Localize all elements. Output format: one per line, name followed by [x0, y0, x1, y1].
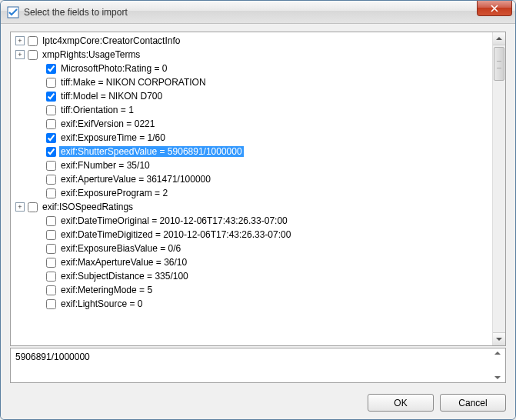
titlebar: Select the fields to import — [1, 1, 515, 24]
field-checkbox[interactable] — [28, 50, 38, 60]
tree-spacer — [31, 161, 43, 170]
tree-spacer — [31, 92, 43, 101]
tree-spacer — [31, 105, 43, 115]
expand-icon[interactable]: + — [15, 36, 25, 45]
field-checkbox[interactable] — [46, 258, 56, 268]
app-icon — [7, 6, 19, 18]
scroll-down-arrow[interactable] — [493, 332, 505, 345]
tree-row[interactable]: +xmpRights:UsageTerms — [12, 48, 491, 62]
tree-spacer — [31, 133, 43, 142]
field-checkbox[interactable] — [28, 36, 38, 46]
tree-row[interactable]: exif:ExposureBiasValue = 0/6 — [12, 242, 491, 255]
field-label: exif:DateTimeDigitized = 2010-12-06T17:4… — [59, 229, 292, 240]
field-checkbox[interactable] — [46, 272, 56, 282]
tree-spacer — [31, 64, 43, 73]
scroll-track[interactable] — [493, 45, 505, 332]
dialog-content: +Iptc4xmpCore:CreatorContactInfo+xmpRigh… — [1, 24, 515, 419]
field-label: exif:MeteringMode = 5 — [59, 285, 154, 295]
tree-row[interactable]: +exif:ISOSpeedRatings — [12, 200, 491, 214]
field-checkbox[interactable] — [28, 202, 38, 212]
tree-spacer — [31, 175, 43, 184]
tree-row[interactable]: exif:DateTimeOriginal = 2010-12-06T17:43… — [12, 214, 491, 228]
field-label: tiff:Orientation = 1 — [59, 105, 135, 115]
tree-row[interactable]: exif:MeteringMode = 5 — [12, 283, 491, 297]
tree-spacer — [31, 258, 43, 267]
ok-button[interactable]: OK — [368, 394, 434, 412]
field-checkbox[interactable] — [46, 230, 56, 240]
field-label: exif:DateTimeOriginal = 2010-12-06T17:43… — [59, 215, 289, 226]
tree-spacer — [31, 188, 43, 198]
close-button[interactable] — [477, 1, 512, 16]
expand-icon[interactable]: + — [15, 50, 25, 59]
scroll-up-arrow[interactable] — [493, 32, 505, 45]
tree-row[interactable]: exif:ExifVersion = 0221 — [12, 117, 491, 131]
field-label: tiff:Model = NIKON D700 — [59, 91, 164, 102]
tree-row[interactable]: tiff:Orientation = 1 — [12, 103, 491, 117]
tree-row[interactable]: exif:ExposureProgram = 2 — [12, 186, 491, 200]
field-checkbox[interactable] — [46, 188, 56, 198]
field-checkbox[interactable] — [46, 133, 56, 143]
tree-row[interactable]: exif:DateTimeDigitized = 2010-12-06T17:4… — [12, 228, 491, 242]
tree-row[interactable]: exif:ExposureTime = 1/60 — [12, 131, 491, 145]
field-label: exif:FNumber = 35/10 — [59, 160, 151, 171]
tree-spacer — [31, 272, 43, 281]
tree-row[interactable]: exif:ApertureValue = 361471/100000 — [12, 172, 491, 186]
field-checkbox[interactable] — [46, 285, 56, 295]
tree-row[interactable]: tiff:Make = NIKON CORPORATION — [12, 75, 491, 89]
tree-row[interactable]: exif:FNumber = 35/10 — [12, 158, 491, 172]
field-label: exif:MaxApertureValue = 36/10 — [59, 257, 188, 268]
dialog-window: Select the fields to import +Iptc4xmpCor… — [0, 0, 516, 420]
field-label: exif:ExposureProgram = 2 — [59, 188, 169, 198]
field-checkbox[interactable] — [46, 92, 56, 102]
tree-row[interactable]: exif:SubjectDistance = 335/100 — [12, 269, 491, 283]
scroll-thumb[interactable] — [494, 47, 504, 81]
tree-row[interactable]: exif:MaxApertureValue = 36/10 — [12, 255, 491, 269]
field-checkbox[interactable] — [46, 216, 56, 226]
value-spinner — [491, 352, 504, 379]
field-checkbox[interactable] — [46, 299, 56, 309]
tree-row[interactable]: MicrosoftPhoto:Rating = 0 — [12, 62, 491, 75]
vertical-scrollbar[interactable] — [492, 32, 505, 345]
expand-icon[interactable]: + — [15, 202, 25, 212]
tree-spacer — [31, 285, 43, 295]
field-label: exif:SubjectDistance = 335/100 — [59, 271, 190, 282]
tree-spacer — [31, 299, 43, 308]
tree-spacer — [31, 244, 43, 253]
field-checkbox[interactable] — [46, 244, 56, 254]
window-title: Select the fields to import — [24, 7, 128, 18]
tree-spacer — [31, 119, 43, 128]
field-label: xmpRights:UsageTerms — [41, 49, 141, 60]
tree-spacer — [31, 216, 43, 225]
button-row: OK Cancel — [10, 383, 506, 412]
field-checkbox[interactable] — [46, 175, 56, 185]
value-down-arrow[interactable] — [494, 376, 501, 379]
field-checkbox[interactable] — [46, 161, 56, 171]
field-checkbox[interactable] — [46, 64, 56, 74]
cancel-button[interactable]: Cancel — [440, 394, 506, 412]
field-label: exif:ApertureValue = 361471/100000 — [59, 174, 212, 185]
field-label: exif:ExposureBiasValue = 0/6 — [59, 243, 182, 254]
field-label: exif:ISOSpeedRatings — [41, 202, 135, 212]
tree-row[interactable]: tiff:Model = NIKON D700 — [12, 89, 491, 103]
tree-row[interactable]: exif:ShutterSpeedValue = 5906891/1000000 — [12, 145, 491, 158]
field-label: exif:ExifVersion = 0221 — [59, 118, 156, 129]
field-checkbox[interactable] — [46, 78, 56, 88]
tree-row[interactable]: +Iptc4xmpCore:CreatorContactInfo — [12, 34, 491, 48]
value-preview-box: 5906891/1000000 — [10, 348, 506, 383]
tree-scroll-area[interactable]: +Iptc4xmpCore:CreatorContactInfo+xmpRigh… — [11, 32, 492, 345]
field-label: exif:ExposureTime = 1/60 — [59, 132, 167, 143]
field-label: MicrosoftPhoto:Rating = 0 — [59, 63, 168, 74]
field-label: tiff:Make = NIKON CORPORATION — [59, 77, 208, 88]
tree-spacer — [31, 78, 43, 87]
value-up-arrow[interactable] — [494, 352, 501, 355]
field-label: exif:ShutterSpeedValue = 5906891/1000000 — [59, 146, 244, 157]
field-label: Iptc4xmpCore:CreatorContactInfo — [41, 35, 181, 46]
tree-spacer — [31, 147, 43, 156]
field-checkbox[interactable] — [46, 119, 56, 129]
field-checkbox[interactable] — [46, 147, 56, 157]
fields-tree: +Iptc4xmpCore:CreatorContactInfo+xmpRigh… — [10, 32, 506, 346]
value-preview-text: 5906891/1000000 — [15, 352, 90, 362]
field-label: exif:LightSource = 0 — [59, 298, 144, 309]
field-checkbox[interactable] — [46, 105, 56, 115]
tree-row[interactable]: exif:LightSource = 0 — [12, 297, 491, 311]
